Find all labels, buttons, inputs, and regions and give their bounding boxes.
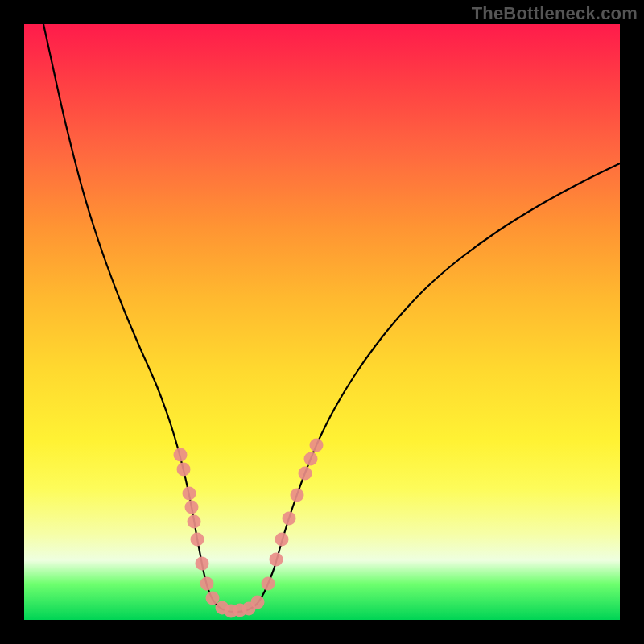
data-marker <box>206 592 220 605</box>
data-marker <box>188 515 201 529</box>
chart-frame: TheBottleneck.com <box>0 0 644 644</box>
data-marker <box>174 448 188 462</box>
data-marker <box>310 439 324 452</box>
data-marker <box>200 577 214 591</box>
data-marker <box>183 487 196 501</box>
data-marker <box>275 533 289 547</box>
data-markers <box>174 439 324 618</box>
data-marker <box>251 596 265 609</box>
data-marker <box>191 533 204 547</box>
data-marker <box>291 489 304 502</box>
watermark-text: TheBottleneck.com <box>472 3 638 24</box>
data-marker <box>262 577 275 591</box>
data-marker <box>299 467 312 481</box>
data-marker <box>185 501 199 514</box>
data-marker <box>283 512 296 526</box>
data-marker <box>304 452 318 466</box>
chart-svg <box>24 24 620 620</box>
data-marker <box>196 557 209 571</box>
plot-area <box>24 24 620 620</box>
curve-path <box>43 24 620 612</box>
data-marker <box>270 553 283 567</box>
data-marker <box>177 463 191 477</box>
bottleneck-curve <box>43 24 620 612</box>
